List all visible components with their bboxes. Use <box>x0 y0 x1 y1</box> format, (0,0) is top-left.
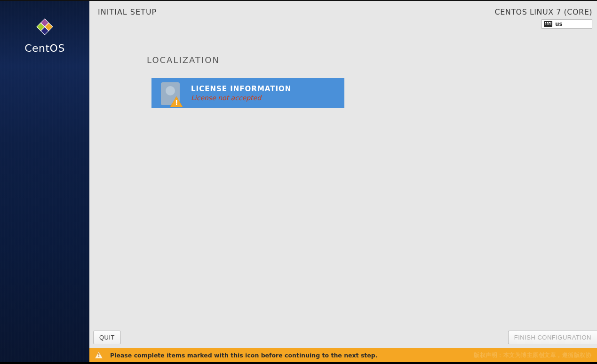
spoke-license-information[interactable]: LICENSE INFORMATION License not accepted <box>151 78 344 108</box>
spoke-text-group: LICENSE INFORMATION License not accepted <box>191 85 291 102</box>
spoke-title: LICENSE INFORMATION <box>191 85 291 93</box>
license-icon <box>159 81 183 105</box>
info-bar-message: Please complete items marked with this i… <box>110 352 378 359</box>
header-right: CENTOS LINUX 7 (CORE) us <box>495 8 592 29</box>
footer-button-bar: QUIT FINISH CONFIGURATION <box>89 326 597 348</box>
page-title: INITIAL SETUP <box>98 8 157 16</box>
section-title-localization: LOCALIZATION <box>147 55 597 65</box>
warning-icon <box>170 96 183 107</box>
keyboard-icon <box>544 21 552 27</box>
header: INITIAL SETUP CENTOS LINUX 7 (CORE) us <box>89 1 597 29</box>
brand-block: CentOS <box>0 16 89 54</box>
main-panel: INITIAL SETUP CENTOS LINUX 7 (CORE) us L… <box>89 1 597 362</box>
keyboard-layout-code: us <box>555 21 563 27</box>
info-bar-left: Please complete items marked with this i… <box>95 352 378 359</box>
warning-info-bar: Please complete items marked with this i… <box>89 348 597 362</box>
finish-configuration-button[interactable]: FINISH CONFIGURATION <box>508 331 597 344</box>
keyboard-layout-indicator[interactable]: us <box>541 19 592 29</box>
sidebar: CentOS <box>0 1 89 362</box>
quit-button[interactable]: QUIT <box>93 331 121 344</box>
watermark-text: 版权声明：本文为博主原创文章，遵循版权协 <box>474 351 591 359</box>
content-area: LOCALIZATION LICENSE INFORMATION License… <box>89 29 597 326</box>
warning-triangle-icon <box>95 352 103 358</box>
distro-label: CENTOS LINUX 7 (CORE) <box>495 8 592 16</box>
centos-logo-icon <box>34 16 56 38</box>
brand-name: CentOS <box>24 42 65 54</box>
spoke-status: License not accepted <box>191 94 291 102</box>
